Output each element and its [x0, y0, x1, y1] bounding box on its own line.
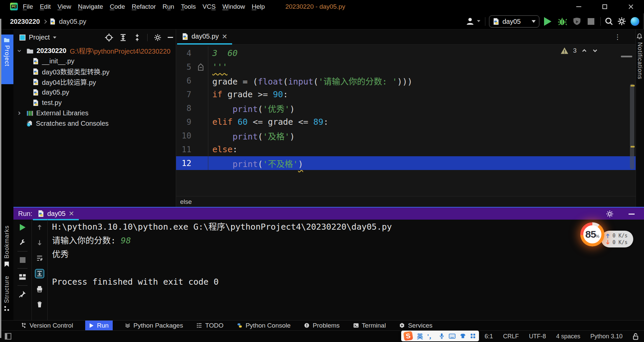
unlocked-padlock-icon[interactable] [633, 333, 639, 340]
line-number[interactable]: 12 [176, 159, 193, 168]
close-button[interactable] [618, 0, 644, 13]
edit-configuration-wrench-icon[interactable] [13, 235, 32, 250]
status-item-python-3.10[interactable]: Python 3.10 [590, 333, 623, 340]
code-line-10[interactable]: 10 print('及格') [176, 129, 636, 142]
code-line-9[interactable]: 9elif 60 <= grade <= 89: [176, 115, 636, 129]
restore-layout-icon[interactable] [13, 269, 32, 285]
tab-day05[interactable]: day05.py ✕ [177, 30, 232, 45]
stop-button[interactable] [588, 18, 594, 25]
code-line-5[interactable]: 5''' [176, 60, 636, 74]
tool-window-button-todo[interactable]: TODO [195, 321, 225, 331]
hide-panel-icon[interactable] [629, 214, 635, 215]
breadcrumb-project[interactable]: 20230220 [10, 18, 40, 25]
tree-file-__init__.py[interactable]: __init__.py [13, 56, 176, 66]
line-number[interactable]: 6 [176, 76, 193, 86]
tool-window-button-problems[interactable]: Problems [303, 321, 341, 331]
ime-language-toggle[interactable]: 英 [417, 332, 423, 340]
soft-wrap-icon[interactable] [32, 250, 47, 266]
menu-view[interactable]: View [54, 0, 74, 13]
tool-window-button-version-control[interactable]: Version Control [19, 321, 74, 331]
code-line-7[interactable]: 7if grade >= 90: [176, 88, 636, 101]
code-line-8[interactable]: 8 print('优秀') [176, 101, 636, 115]
expand-all-icon[interactable] [119, 34, 127, 42]
tool-window-button-run[interactable]: Run [85, 321, 113, 331]
tool-window-button-services[interactable]: Services [398, 321, 434, 331]
bell-icon[interactable] [636, 33, 643, 40]
pin-icon[interactable] [13, 286, 32, 302]
project-panel-header[interactable]: Project [13, 30, 176, 45]
sidebar-item-project[interactable]: Project [0, 35, 13, 84]
tool-window-button-python-console[interactable]: Python Console [235, 321, 292, 331]
tool-window-toggle-icon[interactable] [5, 333, 11, 340]
breadcrumb-else[interactable]: else [180, 198, 192, 206]
project-tree[interactable]: 20230220G:\程序\pythonProject4\20230220__i… [13, 46, 176, 129]
code-with-me-sphere-icon[interactable] [631, 17, 639, 26]
locate-file-icon[interactable] [105, 34, 113, 42]
net-speed-widget[interactable]: 0 K/s 0 K/s [601, 231, 633, 247]
microphone-icon[interactable] [439, 333, 444, 339]
rerun-button[interactable] [13, 220, 32, 235]
code-line-12[interactable]: 12 print('不及格') [176, 156, 636, 170]
keyboard-icon[interactable] [449, 334, 455, 339]
clear-console-trash-icon[interactable] [32, 297, 47, 312]
ime-toolbar[interactable]: S 英 '， [401, 331, 479, 341]
breadcrumb-file[interactable]: day05.py [59, 18, 86, 25]
menu-tools[interactable]: Tools [177, 0, 199, 13]
menu-navigate[interactable]: Navigate [74, 0, 106, 13]
tree-file-day05.py[interactable]: day05.py [13, 87, 176, 98]
menu-run[interactable]: Run [159, 0, 178, 13]
editor-area[interactable]: day05.py ✕ ⋮ 3 43 605'''6grade = (float(… [176, 30, 636, 207]
tree-node-external-libraries[interactable]: External Libraries [13, 108, 176, 118]
status-item-4-spaces[interactable]: 4 spaces [556, 333, 580, 340]
tree-node-scratches[interactable]: Scratches and Consoles [13, 118, 176, 129]
warning-stripe-mark[interactable] [631, 146, 635, 148]
code-line-4[interactable]: 43 60 [176, 46, 636, 60]
user-profile-icon[interactable] [466, 17, 475, 26]
breadcrumb[interactable]: 20230220 day05.py [10, 13, 86, 30]
status-item-utf-8[interactable]: UTF-8 [529, 333, 546, 340]
print-icon[interactable] [32, 281, 47, 297]
tree-root-folder[interactable]: 20230220G:\程序\pythonProject4\20230220 [13, 46, 176, 56]
window-controls[interactable] [566, 0, 644, 13]
more-options-icon[interactable]: ⋮ [614, 33, 621, 41]
code-line-6[interactable]: 6grade = (float(input('请输入你的分数: '))) [176, 74, 636, 88]
maximize-button[interactable] [592, 0, 618, 13]
menu-bar[interactable]: FileEditViewNavigateCodeRefactorRunTools… [19, 0, 268, 13]
editor-scrollbar[interactable] [630, 84, 634, 169]
run-console-output[interactable]: H:\python3.10.10\python.exe G:\程序\python… [52, 220, 589, 289]
ime-punctuation-toggle[interactable]: '， [427, 332, 435, 340]
search-everywhere-icon[interactable] [604, 17, 613, 26]
status-item-6-1[interactable]: 6:1 [485, 333, 493, 340]
menu-file[interactable]: File [19, 0, 37, 13]
editor-breadcrumbs[interactable]: else [176, 196, 636, 207]
down-stack-trace-icon[interactable] [32, 235, 47, 250]
warning-stripe-mark[interactable] [631, 85, 635, 87]
tree-file-day03数据类型转换.py[interactable]: day03数据类型转换.py [13, 66, 176, 77]
tool-window-button-python-packages[interactable]: Python Packages [123, 321, 184, 331]
tool-window-button-terminal[interactable]: Terminal [352, 321, 387, 331]
tree-file-test.py[interactable]: test.py [13, 98, 176, 108]
menu-refactor[interactable]: Refactor [128, 0, 159, 13]
line-number[interactable]: 8 [176, 104, 193, 113]
toolbox-grid-icon[interactable] [470, 333, 476, 339]
gear-icon[interactable] [154, 34, 162, 42]
sidebar-item-notifications[interactable]: Notifications [636, 42, 644, 81]
scroll-to-end-icon[interactable] [32, 266, 47, 281]
status-item-crlf[interactable]: CRLF [503, 333, 519, 340]
line-number[interactable]: 9 [176, 117, 193, 127]
close-icon[interactable]: ✕ [222, 33, 227, 40]
run-configuration-select[interactable]: day05 [489, 15, 539, 27]
skin-tshirt-icon[interactable] [460, 333, 466, 339]
line-number[interactable]: 4 [176, 49, 193, 58]
collapse-all-icon[interactable] [133, 34, 141, 42]
gear-icon[interactable] [606, 210, 614, 218]
sogou-logo-icon[interactable]: S [403, 331, 413, 341]
minimize-button[interactable] [566, 0, 592, 13]
line-number[interactable]: 7 [176, 90, 193, 99]
close-icon[interactable]: ✕ [69, 210, 74, 217]
debug-button[interactable] [557, 17, 567, 26]
run-with-coverage-button[interactable] [572, 17, 582, 26]
run-tab-day05[interactable]: day05 ✕ [33, 208, 79, 220]
code-line-11[interactable]: 11else: [176, 142, 636, 156]
performance-gauge-widget[interactable]: 85 % [580, 222, 604, 246]
